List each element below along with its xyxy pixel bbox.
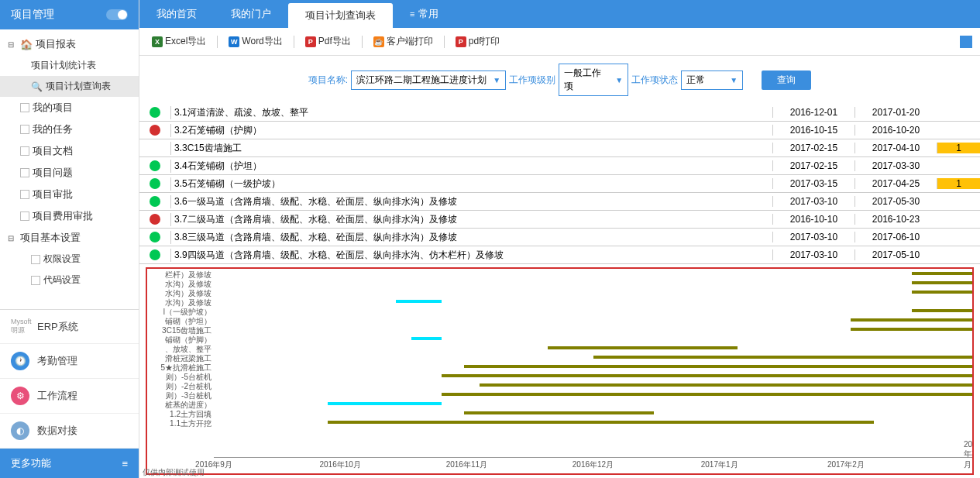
task-name: 3.2石笼铺砌（护脚） — [170, 124, 772, 137]
query-button[interactable]: 查询 — [762, 70, 811, 90]
menu-icon: ≡ — [122, 458, 128, 469]
gantt-bar — [396, 300, 442, 303]
end-date: 2017-04-25 — [854, 178, 937, 189]
tab[interactable]: ≡常用 — [393, 0, 456, 28]
export-button[interactable]: ☕客户端打印 — [369, 33, 438, 50]
tree-group[interactable]: 项目费用审批 — [0, 205, 139, 227]
tab[interactable]: 我的门户 — [214, 0, 288, 28]
chevron-down-icon: ▼ — [730, 76, 738, 84]
task-name: 3.5石笼铺砌（一级护坡） — [170, 177, 772, 191]
module-item[interactable]: ◐数据对接 — [0, 414, 139, 449]
tree-group[interactable]: 我的项目 — [0, 97, 139, 119]
tree-group[interactable]: ⊟项目基本设置 — [0, 227, 139, 249]
start-date: 2016-10-15 — [772, 125, 854, 136]
module-label: 数据对接 — [37, 424, 77, 438]
start-date: 2017-03-10 — [772, 196, 854, 207]
task-name: 3.7二级马道（含路肩墙、级配、水稳、砼面层、纵向排水沟）及修坡 — [170, 213, 772, 226]
gantt-row-label: 则）-5台桩机 — [150, 373, 211, 382]
table-row[interactable]: 3.9四级马道（含路肩墙、级配、水稳、砼面层、纵向排水沟、仿木栏杆）及修坡 20… — [139, 246, 980, 264]
folder-icon — [20, 125, 29, 134]
table-row[interactable]: 3.5石笼铺砌（一级护坡） 2017-03-15 2017-04-25 1 — [139, 175, 980, 193]
tree-label: 权限设置 — [43, 253, 81, 266]
export-label: Word导出 — [242, 35, 282, 48]
export-button[interactable]: XExcel导出 — [147, 33, 211, 50]
start-date: 2016-12-01 — [772, 107, 854, 118]
axis-label: 2017年3月 — [964, 440, 974, 470]
task-name: 3.1河道清淤、疏浚、放坡、整平 — [170, 106, 772, 119]
gantt-bar — [548, 346, 738, 349]
tree-group[interactable]: 我的任务 — [0, 119, 139, 140]
status-dot — [150, 160, 160, 171]
tab[interactable]: 项目计划查询表 — [288, 3, 393, 28]
task-name: 3.3C15齿墙施工 — [170, 142, 772, 155]
tree-item[interactable]: 代码设置 — [0, 270, 139, 291]
status-dot — [150, 232, 160, 242]
project-name-select[interactable]: 滨江环路二期工程施工进度计划 ▼ — [351, 70, 506, 90]
work-level-select[interactable]: 一般工作项 ▼ — [559, 64, 628, 96]
table-row[interactable]: 3.7二级马道（含路肩墙、级配、水稳、砼面层、纵向排水沟）及修坡 2016-10… — [139, 211, 980, 229]
gantt-chart: 栏杆）及修坡水沟）及修坡水沟）及修坡水沟）及修坡l（一级护坡）铺砌（护坦）3C1… — [146, 267, 974, 475]
folder-icon — [20, 190, 29, 199]
table-row[interactable]: 3.6一级马道（含路肩墙、级配、水稳、砼面层、纵向排水沟）及修坡 2017-03… — [139, 193, 980, 211]
gantt-bar — [593, 356, 973, 359]
more-button[interactable]: 更多功能 ≡ — [0, 449, 139, 478]
workflow-icon: ⚙ — [11, 387, 29, 405]
folder-icon — [20, 168, 29, 177]
gantt-bar — [480, 383, 972, 387]
table-row[interactable]: 3.8三级马道（含路肩墙、级配、水稳、砼面层、纵向排水沟）及修坡 2017-03… — [139, 229, 980, 246]
end-date: 2017-04-10 — [854, 143, 937, 153]
work-status-select[interactable]: 正常 ▼ — [681, 70, 743, 90]
gantt-bar — [912, 309, 972, 312]
table-row[interactable]: 3.1河道清淤、疏浚、放坡、整平 2016-12-01 2017-01-20 — [139, 104, 980, 122]
task-name: 3.4石笼铺砌（护坦） — [170, 160, 772, 173]
filter-bar: 项目名称: 滨江环路二期工程施工进度计划 ▼ 工作项级别 一般工作项 ▼ 工作项… — [139, 56, 980, 104]
module-label: 工作流程 — [37, 389, 77, 403]
end-date: 2017-05-10 — [854, 249, 937, 260]
axis-label: 2016年11月 — [446, 459, 487, 470]
gantt-row-label: 水沟）及修坡 — [150, 280, 211, 289]
tree-label: 项目文档 — [33, 144, 73, 158]
gantt-row-label: 则）-3台桩机 — [150, 391, 211, 401]
gantt-bar — [851, 328, 972, 331]
tree-item[interactable]: 🔍项目计划查询表 — [0, 76, 139, 97]
export-icon: P — [456, 36, 466, 47]
toolbar-right-icon[interactable] — [960, 36, 972, 48]
table-row[interactable]: 3.4石笼铺砌（护坦） 2017-02-15 2017-03-30 — [139, 157, 980, 175]
gantt-bar — [411, 337, 442, 340]
export-button[interactable]: PPdf导出 — [301, 33, 356, 50]
sidebar-toggle[interactable] — [106, 9, 128, 20]
module-item[interactable]: 🕐考勤管理 — [0, 344, 139, 379]
clock-icon: 🕐 — [11, 352, 29, 370]
menu-icon: ≡ — [410, 9, 414, 19]
folder-icon — [20, 103, 29, 112]
data-icon: ◐ — [11, 421, 29, 440]
gantt-row-label: 、放坡、整平 — [150, 345, 211, 354]
end-date: 2017-01-20 — [854, 107, 937, 118]
tree-label: 我的任务 — [33, 122, 73, 136]
sidebar: 项目管理 ⊟🏠项目报表项目计划统计表🔍项目计划查询表我的项目我的任务项目文档项目… — [0, 0, 139, 478]
export-button[interactable]: WWord导出 — [224, 33, 287, 50]
tab[interactable]: 我的首页 — [139, 0, 214, 28]
status-dot — [150, 196, 160, 207]
tree-label: 项目计划统计表 — [31, 59, 96, 72]
tree-group[interactable]: 项目审批 — [0, 184, 139, 205]
tree-group[interactable]: ⊟🏠项目报表 — [0, 33, 139, 55]
module-item[interactable]: ⚙工作流程 — [0, 379, 139, 414]
table-row[interactable]: 3.2石笼铺砌（护脚） 2016-10-15 2016-10-20 — [139, 122, 980, 139]
gantt-y-labels: 栏杆）及修坡水沟）及修坡水沟）及修坡水沟）及修坡l（一级护坡）铺砌（护坦）3C1… — [147, 269, 214, 473]
tree-item[interactable]: 权限设置 — [0, 249, 139, 270]
gantt-plot: 2016年9月2016年10月2016年11月2016年12月2017年1月20… — [214, 269, 972, 473]
export-button[interactable]: Ppdf打印 — [451, 33, 505, 50]
status-dot — [150, 249, 160, 260]
gantt-row-label: 5★抗滑桩施工 — [150, 363, 211, 373]
chevron-down-icon: ▼ — [615, 76, 623, 84]
axis-label: 2017年2月 — [827, 459, 865, 470]
folder-icon — [20, 211, 29, 221]
module-item[interactable]: Mysoft明源ERP系统 — [0, 310, 139, 344]
tree-group[interactable]: 项目文档 — [0, 140, 139, 162]
gantt-bar — [851, 318, 972, 322]
tree-group[interactable]: 项目问题 — [0, 162, 139, 184]
table-row[interactable]: 3.3C15齿墙施工 2017-02-15 2017-04-10 1 — [139, 139, 980, 157]
tree-item[interactable]: 项目计划统计表 — [0, 55, 139, 76]
tab-label: 我的首页 — [156, 7, 197, 21]
